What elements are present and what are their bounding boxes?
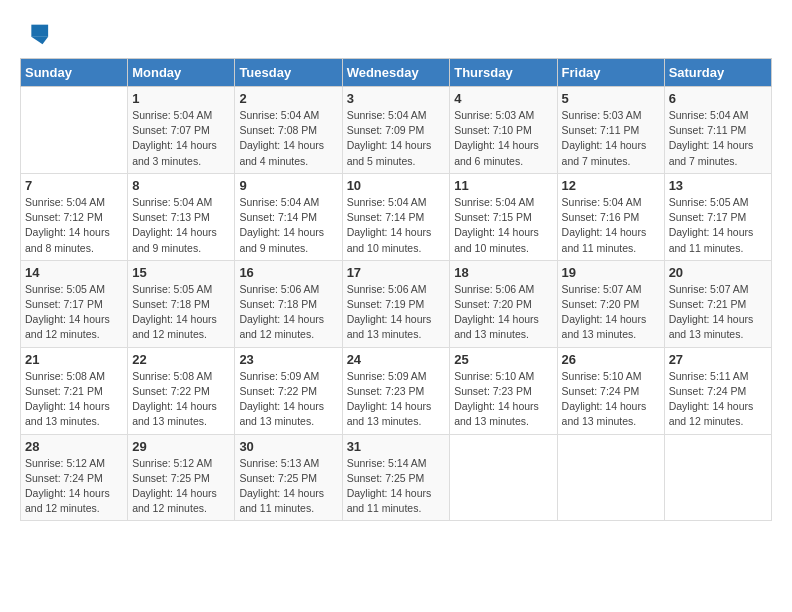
calendar-cell: 6Sunrise: 5:04 AMSunset: 7:11 PMDaylight…	[664, 87, 771, 174]
day-number: 22	[132, 352, 230, 367]
day-detail: Sunrise: 5:07 AMSunset: 7:20 PMDaylight:…	[562, 282, 660, 343]
calendar-cell	[21, 87, 128, 174]
day-number: 4	[454, 91, 552, 106]
day-number: 25	[454, 352, 552, 367]
calendar-cell: 8Sunrise: 5:04 AMSunset: 7:13 PMDaylight…	[128, 173, 235, 260]
calendar-cell: 17Sunrise: 5:06 AMSunset: 7:19 PMDayligh…	[342, 260, 450, 347]
day-number: 17	[347, 265, 446, 280]
calendar-week-row: 14Sunrise: 5:05 AMSunset: 7:17 PMDayligh…	[21, 260, 772, 347]
day-detail: Sunrise: 5:04 AMSunset: 7:14 PMDaylight:…	[239, 195, 337, 256]
day-number: 9	[239, 178, 337, 193]
calendar-cell	[664, 434, 771, 521]
day-detail: Sunrise: 5:09 AMSunset: 7:23 PMDaylight:…	[347, 369, 446, 430]
day-detail: Sunrise: 5:11 AMSunset: 7:24 PMDaylight:…	[669, 369, 767, 430]
weekday-header: Saturday	[664, 59, 771, 87]
calendar-cell: 24Sunrise: 5:09 AMSunset: 7:23 PMDayligh…	[342, 347, 450, 434]
calendar-cell: 27Sunrise: 5:11 AMSunset: 7:24 PMDayligh…	[664, 347, 771, 434]
day-detail: Sunrise: 5:04 AMSunset: 7:12 PMDaylight:…	[25, 195, 123, 256]
weekday-header: Friday	[557, 59, 664, 87]
day-number: 8	[132, 178, 230, 193]
day-detail: Sunrise: 5:14 AMSunset: 7:25 PMDaylight:…	[347, 456, 446, 517]
calendar-cell: 1Sunrise: 5:04 AMSunset: 7:07 PMDaylight…	[128, 87, 235, 174]
calendar-table: SundayMondayTuesdayWednesdayThursdayFrid…	[20, 58, 772, 521]
calendar-cell: 13Sunrise: 5:05 AMSunset: 7:17 PMDayligh…	[664, 173, 771, 260]
day-detail: Sunrise: 5:05 AMSunset: 7:17 PMDaylight:…	[669, 195, 767, 256]
calendar-body: 1Sunrise: 5:04 AMSunset: 7:07 PMDaylight…	[21, 87, 772, 521]
weekday-header: Monday	[128, 59, 235, 87]
calendar-cell	[450, 434, 557, 521]
day-number: 15	[132, 265, 230, 280]
calendar-cell: 21Sunrise: 5:08 AMSunset: 7:21 PMDayligh…	[21, 347, 128, 434]
header-row: SundayMondayTuesdayWednesdayThursdayFrid…	[21, 59, 772, 87]
calendar-cell: 31Sunrise: 5:14 AMSunset: 7:25 PMDayligh…	[342, 434, 450, 521]
day-number: 29	[132, 439, 230, 454]
day-number: 16	[239, 265, 337, 280]
day-detail: Sunrise: 5:12 AMSunset: 7:25 PMDaylight:…	[132, 456, 230, 517]
day-number: 13	[669, 178, 767, 193]
weekday-header: Tuesday	[235, 59, 342, 87]
day-number: 7	[25, 178, 123, 193]
day-detail: Sunrise: 5:08 AMSunset: 7:22 PMDaylight:…	[132, 369, 230, 430]
calendar-cell: 3Sunrise: 5:04 AMSunset: 7:09 PMDaylight…	[342, 87, 450, 174]
calendar-cell: 7Sunrise: 5:04 AMSunset: 7:12 PMDaylight…	[21, 173, 128, 260]
day-number: 27	[669, 352, 767, 367]
day-detail: Sunrise: 5:03 AMSunset: 7:11 PMDaylight:…	[562, 108, 660, 169]
page-header	[20, 20, 772, 48]
weekday-header: Wednesday	[342, 59, 450, 87]
calendar-week-row: 7Sunrise: 5:04 AMSunset: 7:12 PMDaylight…	[21, 173, 772, 260]
day-detail: Sunrise: 5:04 AMSunset: 7:15 PMDaylight:…	[454, 195, 552, 256]
day-number: 10	[347, 178, 446, 193]
calendar-cell: 11Sunrise: 5:04 AMSunset: 7:15 PMDayligh…	[450, 173, 557, 260]
calendar-cell: 26Sunrise: 5:10 AMSunset: 7:24 PMDayligh…	[557, 347, 664, 434]
day-detail: Sunrise: 5:04 AMSunset: 7:07 PMDaylight:…	[132, 108, 230, 169]
day-number: 18	[454, 265, 552, 280]
day-number: 1	[132, 91, 230, 106]
calendar-week-row: 28Sunrise: 5:12 AMSunset: 7:24 PMDayligh…	[21, 434, 772, 521]
calendar-cell: 15Sunrise: 5:05 AMSunset: 7:18 PMDayligh…	[128, 260, 235, 347]
day-detail: Sunrise: 5:04 AMSunset: 7:11 PMDaylight:…	[669, 108, 767, 169]
weekday-header: Sunday	[21, 59, 128, 87]
svg-marker-0	[31, 25, 48, 37]
day-detail: Sunrise: 5:08 AMSunset: 7:21 PMDaylight:…	[25, 369, 123, 430]
calendar-week-row: 21Sunrise: 5:08 AMSunset: 7:21 PMDayligh…	[21, 347, 772, 434]
day-detail: Sunrise: 5:05 AMSunset: 7:18 PMDaylight:…	[132, 282, 230, 343]
calendar-cell: 30Sunrise: 5:13 AMSunset: 7:25 PMDayligh…	[235, 434, 342, 521]
day-number: 12	[562, 178, 660, 193]
day-detail: Sunrise: 5:04 AMSunset: 7:13 PMDaylight:…	[132, 195, 230, 256]
day-detail: Sunrise: 5:03 AMSunset: 7:10 PMDaylight:…	[454, 108, 552, 169]
calendar-cell: 2Sunrise: 5:04 AMSunset: 7:08 PMDaylight…	[235, 87, 342, 174]
day-detail: Sunrise: 5:09 AMSunset: 7:22 PMDaylight:…	[239, 369, 337, 430]
day-number: 11	[454, 178, 552, 193]
day-detail: Sunrise: 5:04 AMSunset: 7:08 PMDaylight:…	[239, 108, 337, 169]
calendar-cell: 9Sunrise: 5:04 AMSunset: 7:14 PMDaylight…	[235, 173, 342, 260]
day-number: 20	[669, 265, 767, 280]
calendar-cell: 16Sunrise: 5:06 AMSunset: 7:18 PMDayligh…	[235, 260, 342, 347]
weekday-header: Thursday	[450, 59, 557, 87]
day-number: 6	[669, 91, 767, 106]
logo-icon	[22, 20, 50, 48]
day-detail: Sunrise: 5:06 AMSunset: 7:18 PMDaylight:…	[239, 282, 337, 343]
calendar-cell: 5Sunrise: 5:03 AMSunset: 7:11 PMDaylight…	[557, 87, 664, 174]
calendar-cell: 25Sunrise: 5:10 AMSunset: 7:23 PMDayligh…	[450, 347, 557, 434]
day-number: 3	[347, 91, 446, 106]
day-number: 14	[25, 265, 123, 280]
calendar-header: SundayMondayTuesdayWednesdayThursdayFrid…	[21, 59, 772, 87]
day-detail: Sunrise: 5:12 AMSunset: 7:24 PMDaylight:…	[25, 456, 123, 517]
day-number: 30	[239, 439, 337, 454]
calendar-cell: 12Sunrise: 5:04 AMSunset: 7:16 PMDayligh…	[557, 173, 664, 260]
day-detail: Sunrise: 5:05 AMSunset: 7:17 PMDaylight:…	[25, 282, 123, 343]
day-number: 23	[239, 352, 337, 367]
calendar-cell: 29Sunrise: 5:12 AMSunset: 7:25 PMDayligh…	[128, 434, 235, 521]
day-detail: Sunrise: 5:04 AMSunset: 7:09 PMDaylight:…	[347, 108, 446, 169]
day-detail: Sunrise: 5:06 AMSunset: 7:20 PMDaylight:…	[454, 282, 552, 343]
calendar-cell: 4Sunrise: 5:03 AMSunset: 7:10 PMDaylight…	[450, 87, 557, 174]
calendar-week-row: 1Sunrise: 5:04 AMSunset: 7:07 PMDaylight…	[21, 87, 772, 174]
day-detail: Sunrise: 5:04 AMSunset: 7:14 PMDaylight:…	[347, 195, 446, 256]
day-number: 19	[562, 265, 660, 280]
calendar-cell: 20Sunrise: 5:07 AMSunset: 7:21 PMDayligh…	[664, 260, 771, 347]
day-number: 31	[347, 439, 446, 454]
logo	[20, 20, 50, 48]
day-number: 5	[562, 91, 660, 106]
day-detail: Sunrise: 5:10 AMSunset: 7:24 PMDaylight:…	[562, 369, 660, 430]
day-detail: Sunrise: 5:07 AMSunset: 7:21 PMDaylight:…	[669, 282, 767, 343]
